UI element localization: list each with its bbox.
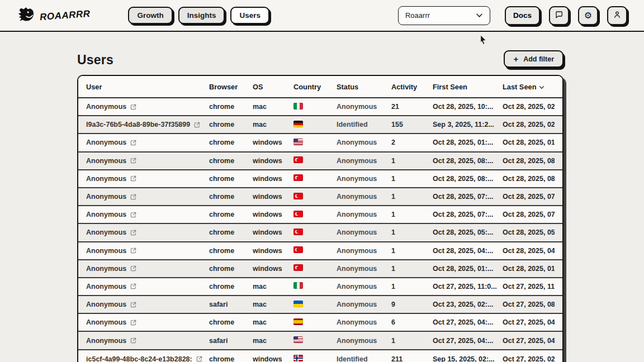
table-row[interactable]: Anonymous chrome windows Anonymous 1 Oct… — [78, 224, 562, 242]
os-cell: windows — [253, 211, 293, 218]
flag-usa-icon — [293, 336, 303, 343]
user-link[interactable]: ic5cf-4a99-48bc-8c24-e13b2828: — [86, 355, 192, 362]
table-row[interactable]: Anonymous chrome mac Anonymous 21 Oct 28… — [78, 98, 562, 116]
feedback-button[interactable] — [549, 6, 569, 25]
external-link-icon[interactable] — [130, 320, 136, 326]
last-seen-cell: Oct 28, 2025, 05:... — [503, 228, 555, 236]
nav-tab-users[interactable]: Users — [230, 7, 269, 24]
os-cell: windows — [253, 175, 293, 183]
external-link-icon[interactable] — [130, 283, 136, 289]
brand[interactable]: ROAARRR — [17, 5, 90, 26]
status-cell: Anonymous — [337, 337, 391, 345]
column-header-country[interactable]: Country — [293, 83, 337, 91]
user-link[interactable]: Anonymous — [86, 283, 126, 290]
external-link-icon[interactable] — [130, 212, 136, 218]
user-link[interactable]: Anonymous — [86, 318, 126, 326]
table-row[interactable]: Anonymous chrome windows Anonymous 1 Oct… — [78, 170, 562, 188]
status-cell: Anonymous — [337, 301, 391, 308]
table-row[interactable]: Anonymous chrome windows Anonymous 1 Oct… — [78, 206, 562, 224]
column-header-status[interactable]: Status — [337, 83, 391, 91]
first-seen-cell: Oct 28, 2025, 04:... — [433, 247, 503, 255]
external-link-icon[interactable] — [130, 337, 136, 344]
column-header-os[interactable]: OS — [253, 83, 293, 91]
external-link-icon[interactable] — [130, 194, 136, 200]
first-seen-cell: Oct 27, 2025, 11:0... — [433, 283, 503, 290]
table-row[interactable]: Anonymous chrome mac Anonymous 6 Oct 27,… — [78, 314, 562, 332]
os-cell: mac — [253, 301, 293, 308]
table-row[interactable]: Anonymous chrome windows Anonymous 1 Oct… — [78, 188, 562, 206]
external-link-icon[interactable] — [130, 247, 136, 254]
flag-turkey-icon — [293, 193, 303, 199]
user-link[interactable]: Anonymous — [86, 193, 126, 201]
settings-button[interactable]: ⚙ — [578, 6, 598, 25]
browser-cell: safari — [209, 337, 253, 345]
activity-cell: 2 — [391, 139, 433, 146]
browser-cell: chrome — [209, 283, 253, 290]
nav-tab-growth[interactable]: Growth — [128, 7, 172, 24]
status-cell: Anonymous — [337, 193, 391, 201]
table-row[interactable]: ic5cf-4a99-48bc-8c24-e13b2828: chrome wi… — [78, 350, 562, 362]
column-header-activity[interactable]: Activity — [391, 83, 433, 91]
os-cell: windows — [253, 265, 293, 273]
user-link[interactable]: Anonymous — [86, 301, 126, 308]
user-link[interactable]: Anonymous — [86, 103, 126, 111]
user-link[interactable]: I9a3c-76b5-4da8-89be-37f35899 — [86, 121, 190, 128]
gear-icon: ⚙ — [584, 11, 592, 20]
os-cell: windows — [253, 247, 293, 255]
first-seen-cell: Oct 28, 2025, 08:... — [433, 157, 503, 165]
os-cell: windows — [253, 193, 293, 201]
docs-button[interactable]: Docs — [505, 6, 540, 25]
table-row[interactable]: Anonymous safari mac Anonymous 9 Oct 23,… — [78, 296, 562, 314]
os-cell: windows — [253, 355, 293, 362]
column-header-user[interactable]: User — [86, 83, 209, 91]
os-cell: mac — [253, 283, 293, 290]
external-link-icon[interactable] — [130, 265, 136, 272]
browser-cell: chrome — [209, 139, 253, 146]
page-header: Users + Add filter — [77, 45, 564, 68]
external-link-icon[interactable] — [130, 104, 136, 110]
table-row[interactable]: Anonymous chrome windows Anonymous 1 Oct… — [78, 153, 562, 170]
external-link-icon[interactable] — [130, 302, 136, 308]
table-header-row: User Browser OS Country Status Activity … — [78, 76, 562, 98]
os-cell: windows — [253, 228, 293, 236]
first-seen-cell: Oct 28, 2025, 07:... — [433, 211, 503, 218]
external-link-icon[interactable] — [130, 140, 136, 146]
status-cell: Anonymous — [337, 211, 391, 218]
first-seen-cell: Oct 28, 2025, 07:... — [433, 193, 503, 201]
user-link[interactable]: Anonymous — [86, 265, 126, 273]
user-link[interactable]: Anonymous — [86, 228, 126, 236]
table-row[interactable]: Anonymous chrome windows Anonymous 1 Oct… — [78, 242, 562, 260]
activity-cell: 1 — [391, 265, 433, 273]
status-cell: Identified — [337, 121, 391, 128]
user-link[interactable]: Anonymous — [86, 139, 126, 146]
chat-bubble-icon — [555, 10, 564, 21]
flag-turkey-icon — [293, 264, 303, 271]
column-header-last-seen[interactable]: Last Seen — [503, 83, 555, 91]
external-link-icon[interactable] — [196, 356, 202, 362]
table-row[interactable]: Anonymous safari mac Anonymous 1 Oct 27,… — [78, 332, 562, 350]
column-header-browser[interactable]: Browser — [209, 83, 253, 91]
table-row[interactable]: I9a3c-76b5-4da8-89be-37f35899 chrome mac… — [78, 116, 562, 134]
users-table: User Browser OS Country Status Activity … — [77, 75, 564, 362]
table-row[interactable]: Anonymous chrome windows Anonymous 1 Oct… — [78, 260, 562, 278]
external-link-icon[interactable] — [130, 175, 136, 182]
browser-cell: chrome — [209, 247, 253, 255]
user-link[interactable]: Anonymous — [86, 157, 126, 165]
add-filter-button[interactable]: + Add filter — [504, 50, 564, 68]
external-link-icon[interactable] — [130, 158, 136, 164]
table-row[interactable]: Anonymous chrome mac Anonymous 1 Oct 27,… — [78, 278, 562, 296]
nav-tab-insights[interactable]: Insights — [178, 7, 225, 24]
external-link-icon[interactable] — [130, 230, 136, 236]
table-row[interactable]: Anonymous chrome windows Anonymous 2 Oct… — [78, 134, 562, 152]
last-seen-cell: Oct 28, 2025, 08:... — [503, 175, 555, 183]
user-link[interactable]: Anonymous — [86, 211, 126, 218]
user-link[interactable]: Anonymous — [86, 247, 126, 255]
external-link-icon[interactable] — [194, 122, 200, 128]
user-link[interactable]: Anonymous — [86, 175, 126, 183]
first-seen-cell: Oct 28, 2025, 05:... — [433, 228, 503, 236]
add-filter-label: Add filter — [523, 55, 554, 63]
user-link[interactable]: Anonymous — [86, 337, 126, 345]
column-header-first-seen[interactable]: First Seen — [433, 83, 503, 91]
account-button[interactable] — [607, 6, 627, 25]
workspace-select[interactable]: Roaarrr — [398, 6, 490, 25]
